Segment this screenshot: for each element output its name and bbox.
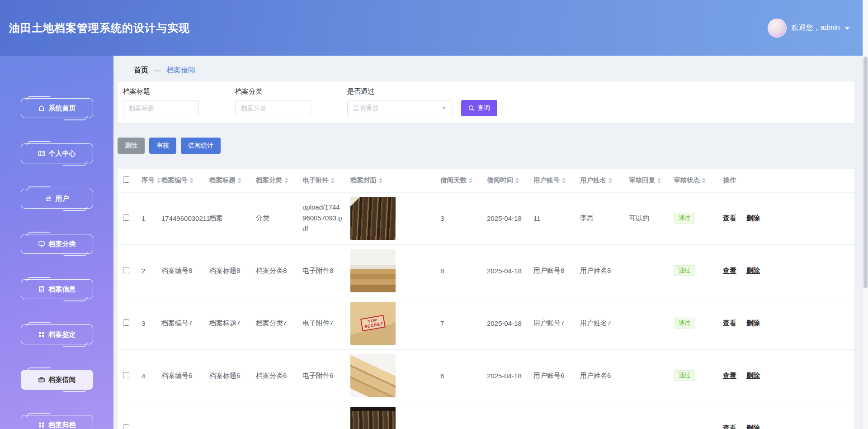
view-link[interactable]: 查看 (723, 214, 736, 222)
sort-caret-icon[interactable] (609, 178, 612, 183)
column-header: 审核回复 (629, 176, 655, 184)
cell-username (576, 402, 625, 429)
grid-icon (38, 421, 45, 429)
status-badge: 通过 (674, 265, 695, 276)
sidebar-item-archive-borrow[interactable]: 档案借阅 (21, 370, 93, 390)
user-menu[interactable]: 欢迎您，admin (768, 19, 850, 38)
data-table: 序号 档案编号 档案标题 档案分类 电子附件 档案封面 借阅天数 借阅时间 用户… (118, 169, 854, 429)
scrollbar-track (863, 0, 868, 429)
welcome-text: 欢迎您，admin (791, 23, 840, 33)
archive-cover-image[interactable] (350, 249, 396, 292)
cell-index: 2 (138, 244, 158, 297)
scrollbar-thumb[interactable] (863, 57, 868, 288)
review-button[interactable]: 审核 (149, 138, 176, 154)
document-icon (38, 286, 45, 293)
cell-time (483, 402, 530, 429)
view-link[interactable]: 查看 (723, 424, 736, 429)
archive-cover-image[interactable] (350, 407, 396, 429)
sidebar: 系统首页 个人中心 用户 档案分类 档案信息 档案鉴定 档案借阅 档案归档 (0, 56, 113, 429)
borrow-stats-button[interactable]: 借阅统计 (181, 138, 221, 154)
cell-cover: TOP SECRET (347, 297, 437, 349)
sidebar-item-archive-info[interactable]: 档案信息 (21, 279, 93, 299)
cell-title: 档案标题7 (206, 297, 252, 349)
sidebar-item-label: 个人中心 (49, 149, 76, 158)
row-checkbox[interactable] (123, 424, 129, 429)
cell-title: 档案 (206, 192, 252, 244)
row-checkbox[interactable] (123, 372, 129, 378)
table-header-row: 序号 档案编号 档案标题 档案分类 电子附件 档案封面 借阅天数 借阅时间 用户… (118, 169, 854, 192)
cell-time: 2025-04-18 (483, 297, 530, 349)
avatar[interactable] (768, 19, 787, 38)
sort-caret-icon[interactable] (469, 178, 472, 183)
cell-days: 8 (437, 244, 483, 297)
sidebar-item-archive-appraisal[interactable]: 档案鉴定 (21, 324, 93, 344)
cell-cover (347, 244, 437, 297)
cell-time: 2025-04-18 (483, 349, 530, 402)
sort-caret-icon[interactable] (284, 178, 288, 183)
grid-icon (38, 331, 45, 338)
cell-category: 档案分类6 (252, 349, 299, 402)
delete-button[interactable]: 删除 (118, 138, 145, 154)
column-header: 档案标题 (209, 176, 236, 184)
cell-status: 通过 (670, 244, 719, 297)
sort-caret-icon[interactable] (515, 178, 519, 183)
delete-link[interactable]: 删除 (746, 214, 760, 222)
archive-title-filter-label: 档案标题 (123, 87, 199, 96)
delete-link[interactable]: 删除 (746, 424, 760, 429)
sort-caret-icon[interactable] (562, 178, 566, 183)
archive-title-input[interactable] (123, 100, 199, 116)
pass-select[interactable]: 是否通过 (347, 100, 452, 116)
archive-category-input[interactable] (235, 100, 311, 116)
sidebar-item-label: 档案借阅 (49, 376, 76, 384)
view-link[interactable]: 查看 (723, 372, 736, 379)
cell-index: 3 (138, 297, 158, 349)
row-checkbox[interactable] (123, 319, 129, 326)
select-all-checkbox[interactable] (123, 176, 129, 183)
status-badge: 通过 (674, 213, 695, 224)
row-checkbox[interactable] (123, 214, 129, 221)
delete-link[interactable]: 删除 (746, 319, 760, 327)
sidebar-item-profile[interactable]: 个人中心 (21, 143, 93, 163)
sort-caret-icon[interactable] (379, 178, 382, 183)
chevron-down-icon (442, 107, 446, 110)
cell-actions: 查看删除 (719, 244, 854, 297)
delete-link[interactable]: 删除 (746, 372, 760, 379)
cell-actions: 查看删除 (719, 349, 854, 402)
sidebar-item-archive-filing[interactable]: 档案归档 (21, 415, 93, 429)
sort-caret-icon[interactable] (157, 178, 160, 183)
sidebar-item-users[interactable]: 用户 (21, 189, 93, 209)
cell-time: 2025-04-18 (483, 244, 530, 297)
chevron-down-icon (844, 27, 850, 30)
view-link[interactable]: 查看 (723, 319, 736, 327)
sidebar-item-label: 档案归档 (49, 421, 76, 429)
archive-cover-image[interactable] (350, 354, 396, 397)
cell-account: 用户账号6 (530, 349, 576, 402)
sidebar-item-label: 系统首页 (49, 104, 76, 113)
view-link[interactable]: 查看 (723, 267, 736, 274)
delete-link[interactable]: 删除 (746, 267, 760, 274)
table-row: 1 1744960030211 档案 分类 upload/174496​0057… (118, 192, 854, 244)
sort-caret-icon[interactable] (657, 178, 661, 183)
column-header: 用户姓名 (580, 176, 606, 184)
cell-actions: 查看删除 (719, 402, 854, 429)
breadcrumb-home[interactable]: 首页 (134, 66, 148, 75)
sort-caret-icon[interactable] (238, 178, 241, 183)
cell-reply (625, 349, 670, 402)
cell-days (437, 402, 483, 429)
row-checkbox[interactable] (123, 267, 129, 273)
column-header: 借阅时间 (487, 176, 513, 184)
sidebar-item-label: 档案鉴定 (49, 330, 76, 339)
sort-caret-icon[interactable] (702, 178, 706, 183)
sort-caret-icon[interactable] (331, 178, 335, 183)
breadcrumb: 首页 — 档案借阅 (118, 66, 854, 75)
sidebar-item-archive-category[interactable]: 档案分类 (21, 234, 93, 254)
main-content: 首页 — 档案借阅 档案标题 档案分类 是否通过 是否通过 查询 删除 审核 借… (113, 56, 863, 429)
table-row: 3 档案编号7 档案标题7 档案分类7 电子附件7 TOP SECRET 7 2… (118, 297, 854, 349)
sidebar-item-home[interactable]: 系统首页 (21, 98, 93, 118)
archive-cover-image[interactable]: TOP SECRET (350, 302, 396, 345)
archive-cover-image[interactable] (350, 197, 396, 240)
sort-caret-icon[interactable] (190, 178, 193, 183)
cell-index: 1 (138, 192, 158, 244)
cell-category (252, 402, 299, 429)
search-button[interactable]: 查询 (461, 100, 497, 116)
